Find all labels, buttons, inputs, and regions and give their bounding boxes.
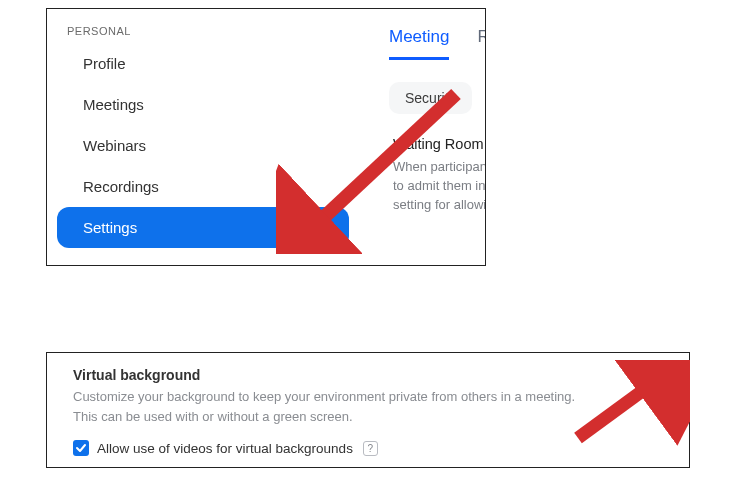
sidebar-item-profile[interactable]: Profile (47, 43, 359, 84)
toggle-knob (652, 370, 668, 386)
subtab-row: Security (373, 82, 486, 114)
tab-meeting[interactable]: Meeting (389, 19, 449, 60)
sidebar-item-recordings[interactable]: Recordings (47, 166, 359, 207)
help-icon[interactable]: ? (363, 441, 378, 456)
virtual-background-title: Virtual background (73, 367, 667, 383)
virtual-background-toggle[interactable] (637, 369, 669, 387)
tab-bar: Meeting Re (373, 19, 486, 60)
allow-videos-checkbox[interactable] (73, 440, 89, 456)
sidebar-item-webinars[interactable]: Webinars (47, 125, 359, 166)
waiting-room-block: Waiting Room When participants to admit … (373, 114, 486, 215)
settings-top-panel: PERSONAL Profile Meetings Webinars Recor… (46, 8, 486, 266)
tab-label: Meeting (389, 27, 449, 46)
sidebar-item-label: Meetings (83, 96, 144, 113)
tab-recording-truncated[interactable]: Re (477, 19, 486, 60)
subtab-label: Security (405, 90, 456, 106)
settings-main-pane: Meeting Re Security Waiting Room When pa… (373, 9, 486, 265)
waiting-room-title: Waiting Room (393, 136, 486, 152)
virtual-background-desc: Customize your background to keep your e… (73, 387, 593, 426)
sidebar-item-meetings[interactable]: Meetings (47, 84, 359, 125)
sidebar-item-label: Webinars (83, 137, 146, 154)
sidebar-item-label: Recordings (83, 178, 159, 195)
check-icon (75, 442, 87, 454)
virtual-background-panel: Virtual background Customize your backgr… (46, 352, 690, 468)
virtual-background-row: Virtual background Customize your backgr… (73, 367, 667, 426)
sidebar-item-settings[interactable]: Settings (57, 207, 349, 248)
sidebar: PERSONAL Profile Meetings Webinars Recor… (47, 9, 359, 265)
tab-label: Re (477, 27, 486, 46)
sidebar-item-label: Settings (83, 219, 137, 236)
waiting-room-desc: When participants to admit them ind sett… (393, 158, 486, 215)
sidebar-item-label: Profile (83, 55, 126, 72)
sidebar-section-label: PERSONAL (47, 19, 359, 43)
subtab-security[interactable]: Security (389, 82, 472, 114)
allow-videos-label: Allow use of videos for virtual backgrou… (97, 441, 353, 456)
allow-videos-row: Allow use of videos for virtual backgrou… (73, 440, 667, 456)
